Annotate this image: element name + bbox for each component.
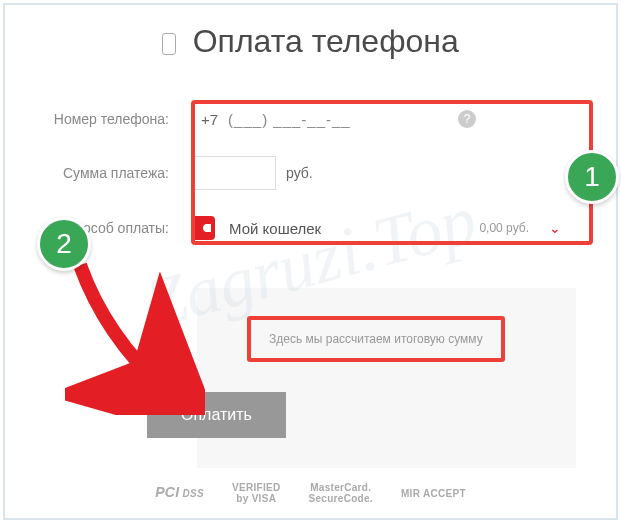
phone-prefix: +7	[191, 111, 228, 128]
wallet-selector[interactable]: Мой кошелек 0,00 руб. ⌄	[191, 208, 561, 248]
payment-form: Номер телефона: +7 (___) ___-__-__ ? Сум…	[5, 70, 616, 248]
method-row: особ оплаты: Мой кошелек 0,00 руб. ⌄	[45, 208, 576, 248]
pay-button[interactable]: Оплатить	[147, 392, 286, 438]
phone-input[interactable]: +7 (___) ___-__-__ ?	[191, 100, 476, 138]
pci-dss-logo: PCI DSS	[155, 485, 204, 500]
phone-row: Номер телефона: +7 (___) ___-__-__ ?	[45, 100, 576, 138]
summary-hint: Здесь мы рассчитаем итоговую сумму	[247, 316, 505, 362]
mir-accept-logo: MIR ACCEPT	[401, 488, 466, 499]
amount-input[interactable]	[191, 156, 276, 190]
amount-row: Сумма платежа: руб.	[45, 156, 576, 190]
phone-label: Номер телефона:	[45, 111, 191, 127]
wallet-name: Мой кошелек	[229, 220, 479, 237]
annotation-arrow	[65, 255, 205, 415]
footer-logos: PCI DSS VERIFIEDby VISA MasterCard.Secur…	[5, 482, 616, 504]
page-header: Оплата телефона	[5, 5, 616, 70]
mastercard-securecode-logo: MasterCard.SecureCode.	[309, 482, 373, 504]
phone-icon	[162, 33, 176, 55]
currency-label: руб.	[286, 165, 313, 181]
annotation-badge-2: 2	[37, 217, 91, 271]
wallet-icon	[191, 216, 215, 240]
chevron-down-icon: ⌄	[549, 220, 561, 236]
page-title: Оплата телефона	[193, 23, 459, 60]
amount-label: Сумма платежа:	[45, 165, 191, 181]
annotation-badge-1: 1	[565, 150, 619, 204]
summary-section: Здесь мы рассчитаем итоговую сумму Оплат…	[197, 288, 576, 468]
phone-mask[interactable]: (___) ___-__-__	[228, 111, 428, 128]
wallet-balance: 0,00 руб.	[479, 221, 529, 235]
verified-by-visa-logo: VERIFIEDby VISA	[232, 482, 281, 504]
help-icon[interactable]: ?	[458, 110, 476, 128]
